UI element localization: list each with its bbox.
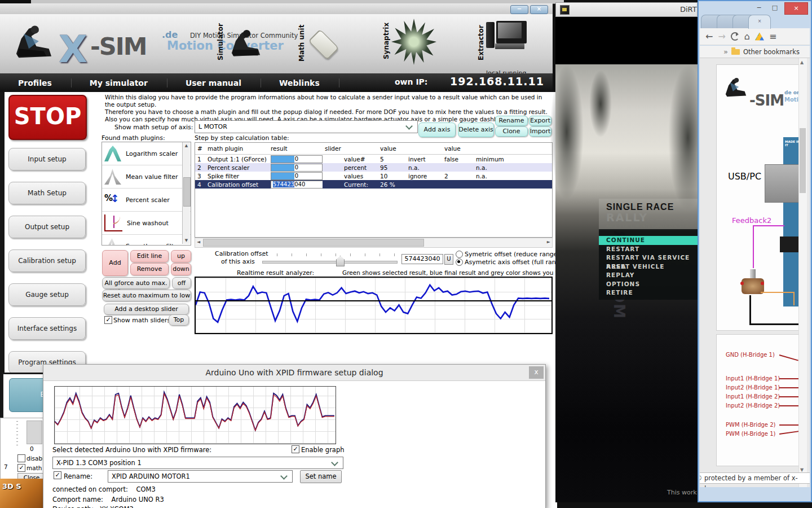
- enable-graph-checkbox[interactable]: ✓: [292, 445, 299, 453]
- browser-scrollbar-thumb[interactable]: [800, 128, 806, 193]
- calibration-slider[interactable]: [262, 261, 398, 264]
- back-icon[interactable]: ←: [705, 31, 713, 42]
- table-row[interactable]: 2 Percent scaler 0 percent 95 n.a. n.a.: [195, 163, 552, 172]
- wire-label-row: PWM (H-Bridge 2): [726, 421, 799, 429]
- calibration-value-field[interactable]: 574423040: [401, 254, 443, 264]
- math-plugin-item[interactable]: Logarithm scaler: [102, 142, 191, 165]
- reload-icon[interactable]: [731, 32, 739, 41]
- hscrollbar-thumb[interactable]: [203, 239, 424, 247]
- bookmarks-overflow-icon[interactable]: »: [723, 47, 728, 56]
- browser-close-button[interactable]: ×: [784, 2, 808, 15]
- minimize-button[interactable]: −: [510, 5, 528, 14]
- arduino-device-dropdown[interactable]: X-PID 1.3 COM3 position 1: [52, 457, 343, 469]
- asymetric-radio[interactable]: [456, 259, 463, 266]
- browser-toolbar: ← → ⌂ ≡: [700, 28, 810, 45]
- menu-item[interactable]: User manual: [167, 78, 261, 87]
- scroll-right-icon[interactable]: ►: [547, 239, 550, 244]
- home-icon[interactable]: ⌂: [744, 31, 750, 42]
- scrollbar-thumb[interactable]: [183, 177, 191, 207]
- scroll-up-icon[interactable]: ▲: [183, 143, 189, 148]
- table-row[interactable]: 1 Output 1:1 (GForce) 0 value# 5 invert …: [195, 155, 552, 163]
- pause-menu-item[interactable]: OPTIONS: [599, 280, 698, 289]
- pause-menu-item[interactable]: RESTART VIA SERVICE AREA: [599, 253, 698, 262]
- drive-icon[interactable]: [755, 33, 764, 41]
- sidebar-button[interactable]: Output setup: [8, 216, 86, 238]
- remove-line-button[interactable]: Remove line: [130, 263, 169, 275]
- sidebar-button[interactable]: Calibration setup: [8, 249, 86, 272]
- rename-combobox[interactable]: XPID ARDUINO MOTOR1: [108, 470, 293, 483]
- dialog-close-button[interactable]: x: [529, 366, 544, 379]
- scroll-down-icon[interactable]: ▼: [800, 467, 804, 472]
- scroll-up-icon[interactable]: ▲: [800, 60, 804, 65]
- menu-icon[interactable]: ≡: [769, 31, 776, 42]
- pause-menu-item[interactable]: REPLAY: [599, 271, 698, 280]
- page-logo-moti: Moti: [784, 97, 798, 103]
- pause-menu-item[interactable]: CONTINUE: [599, 236, 698, 245]
- math-plugin-item[interactable]: Percent scaler: [102, 189, 191, 212]
- math-plugin-item[interactable]: Smoothness filter: [102, 235, 191, 246]
- sidebar-button[interactable]: Interface settings: [8, 317, 86, 340]
- wire-line: [779, 396, 799, 397]
- desktop-3d-icon[interactable]: 3D S: [0, 479, 43, 508]
- sidebar-button[interactable]: Gauge setup: [8, 283, 86, 306]
- wire-label-row: Input2 (H-Bridge 1): [726, 383, 799, 392]
- row-result: 574423040: [268, 181, 323, 189]
- pause-menu-item[interactable]: RESET VEHICLE: [599, 262, 698, 271]
- dirt3-titlebar[interactable]: DiRT 3: [555, 2, 698, 17]
- menu-item[interactable]: My simulator: [72, 78, 167, 87]
- math-plugin-item[interactable]: Mean value filter: [102, 165, 191, 189]
- set-name-button[interactable]: Set name: [300, 470, 342, 483]
- table-row[interactable]: 3 Spike filter 0 values 10 ignore 2 n.a.: [195, 172, 552, 180]
- pause-menu-item[interactable]: RESTART: [599, 245, 698, 254]
- pause-menu-item[interactable]: RETIRE: [599, 288, 698, 297]
- scroll-left-icon[interactable]: ◄: [197, 239, 200, 244]
- scroll-down-icon[interactable]: ▼: [183, 238, 189, 243]
- disable-checkbox[interactable]: [17, 454, 25, 462]
- arduino-waveform-red: [55, 387, 334, 443]
- down-button[interactable]: down: [171, 263, 191, 275]
- browser-tab-active[interactable]: ×: [748, 15, 771, 29]
- mini-slider-thumb[interactable]: [27, 421, 42, 444]
- sidebar-button[interactable]: Input setup: [8, 148, 86, 170]
- add-axis-button[interactable]: Add axis: [418, 122, 456, 137]
- top-button[interactable]: Top: [169, 314, 189, 326]
- symetric-radio[interactable]: [456, 251, 463, 258]
- table-row[interactable]: 4 Calibration offset 574423040 Current: …: [195, 180, 552, 189]
- delete-axis-button[interactable]: Delete axis: [458, 122, 494, 137]
- add-desktop-slider-button[interactable]: Add a desktop slider: [104, 304, 189, 315]
- menu-item[interactable]: Weblinks: [261, 78, 339, 87]
- reset-auto-max-button[interactable]: Reset auto maximum to low: [102, 290, 191, 301]
- graph-centerline: [196, 300, 551, 301]
- tab-close-icon[interactable]: ×: [758, 19, 762, 24]
- plugin-icon: [104, 238, 121, 246]
- edit-line-button[interactable]: Edit line: [130, 250, 169, 262]
- up-button[interactable]: up: [171, 250, 191, 262]
- exit-button-partial[interactable]: E: [9, 378, 46, 412]
- show-math-sliders-checkbox[interactable]: ✓: [104, 316, 112, 324]
- mini-slider-ticks: [16, 421, 18, 445]
- u-button[interactable]: U: [444, 254, 453, 265]
- browser-maximize-button[interactable]: □: [767, 2, 782, 14]
- browser-scrollbar[interactable]: ▲ ▼: [798, 58, 807, 487]
- browser-minimize-button[interactable]: −: [752, 2, 766, 14]
- stop-button[interactable]: STOP: [8, 95, 87, 140]
- sidebar-button[interactable]: Math Setup: [8, 182, 86, 204]
- table-hscrollbar[interactable]: ◄ ►: [195, 238, 553, 248]
- export-button[interactable]: Export: [529, 116, 551, 126]
- add-line-button[interactable]: Add line: [102, 250, 128, 276]
- close-button[interactable]: ×: [530, 5, 548, 14]
- axis-dropdown[interactable]: L MOTOR: [195, 120, 418, 133]
- math-checkbox[interactable]: ✓: [17, 464, 25, 472]
- clone-button[interactable]: Clone: [495, 126, 528, 137]
- gforce-auto-max-on-button[interactable]: All gforce auto max. on: [102, 277, 170, 289]
- race-header: SINGLE RACE RALLY RACE 1 OF 1, MONTE CAR…: [599, 199, 705, 231]
- rename-button[interactable]: Rename: [495, 116, 528, 126]
- rename-checkbox[interactable]: ✓: [54, 471, 61, 479]
- forward-icon[interactable]: →: [718, 31, 725, 42]
- gforce-off-button[interactable]: off: [172, 277, 191, 289]
- menu-item[interactable]: Profiles: [0, 78, 72, 87]
- plugins-scrollbar[interactable]: ▲ ▼: [182, 142, 190, 244]
- math-plugin-item[interactable]: Sine washout: [102, 212, 191, 235]
- import-button[interactable]: Import: [529, 126, 551, 137]
- other-bookmarks-label[interactable]: Other bookmarks: [743, 48, 800, 56]
